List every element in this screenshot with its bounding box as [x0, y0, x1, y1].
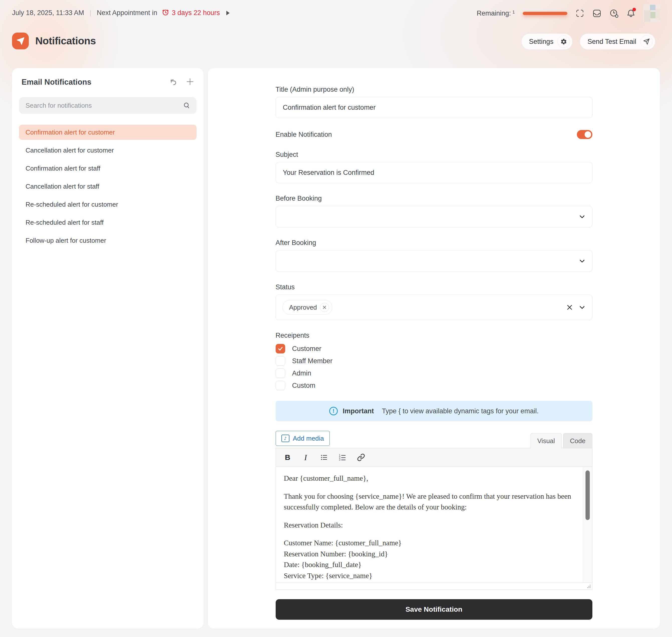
notification-search[interactable]	[19, 97, 197, 114]
link-button[interactable]	[357, 453, 365, 461]
checkbox-unchecked[interactable]	[276, 368, 285, 378]
reset-button[interactable]	[169, 78, 177, 87]
page-title: Notifications	[35, 35, 96, 47]
checkbox-unchecked[interactable]	[276, 356, 285, 366]
search-icon	[183, 102, 190, 109]
notification-list-item[interactable]: Re-scheduled alert for customer	[19, 197, 197, 212]
recipient-label: Custom	[292, 382, 316, 389]
italic-button[interactable]: I	[302, 453, 310, 462]
checkbox-unchecked[interactable]	[276, 381, 285, 390]
subject-label: Subject	[276, 151, 592, 159]
editor-paragraph: Reservation Details:	[284, 520, 575, 531]
recipient-label: Customer	[292, 345, 321, 353]
recipients-label: Receipents	[276, 332, 592, 340]
next-appointment-label: Next Appointment in	[97, 9, 157, 17]
plus-icon	[186, 78, 194, 86]
checkbox-checked[interactable]	[276, 344, 285, 353]
topbar-right: Remaining:1	[477, 5, 660, 21]
topbar-left: July 18, 2025, 11:33 AM | Next Appointme…	[12, 8, 229, 18]
bold-button[interactable]: B	[284, 453, 292, 462]
app-root: July 18, 2025, 11:33 AM | Next Appointme…	[0, 0, 672, 637]
numbered-list-button[interactable]: 123	[338, 453, 347, 461]
add-media-button[interactable]: ♪ Add media	[276, 431, 330, 446]
recipient-option-admin[interactable]: Admin	[276, 368, 592, 378]
notification-list-item[interactable]: Re-scheduled alert for staff	[19, 215, 197, 230]
after-booking-select[interactable]	[276, 250, 592, 272]
scrollbar-thumb[interactable]	[585, 470, 590, 520]
info-icon: !	[329, 407, 338, 415]
remaining-progress-bar	[523, 12, 567, 15]
recipient-option-custom[interactable]: Custom	[276, 381, 592, 390]
before-booking-group: Before Booking	[276, 195, 592, 228]
tab-visual[interactable]: Visual	[530, 433, 562, 449]
remaining-label: Remaining:1	[477, 10, 515, 17]
before-booking-select[interactable]	[276, 206, 592, 228]
next-appointment-countdown[interactable]: 3 days 22 hours	[162, 8, 220, 18]
expand-caret-icon[interactable]	[226, 11, 229, 15]
recipient-option-customer[interactable]: Customer	[276, 344, 592, 353]
send-test-email-button[interactable]: Send Test Email	[580, 33, 655, 50]
paper-plane-icon	[16, 37, 25, 46]
editor-statusbar	[276, 583, 592, 589]
remove-status-icon[interactable]	[320, 303, 329, 312]
editor-header-row: ♪ Add media VisualCode	[276, 429, 592, 448]
notification-list-item[interactable]: Confirmation alert for staff	[19, 161, 197, 176]
editor-paragraph: Customer Name: {customer_full_name} Rese…	[284, 538, 575, 581]
rich-text-editor: B I 123 Dear {customer_full_name},Thank …	[276, 448, 592, 590]
notification-list-item[interactable]: Cancellation alert for customer	[19, 143, 197, 158]
gear-icon	[557, 35, 570, 48]
recipient-option-staff-member[interactable]: Staff Member	[276, 356, 592, 366]
undo-icon	[169, 78, 177, 86]
bullet-list-button[interactable]	[320, 453, 328, 461]
subject-field-group: Subject	[276, 151, 592, 183]
fullscreen-button[interactable]	[575, 9, 584, 18]
chevron-down-icon	[579, 257, 585, 265]
alarm-clock-icon	[162, 8, 169, 18]
app-logo	[12, 33, 29, 49]
editor-scrollbar[interactable]	[583, 467, 592, 583]
inbox-button[interactable]	[592, 9, 601, 18]
notification-list-item[interactable]: Cancellation alert for staff	[19, 179, 197, 194]
recipient-label: Staff Member	[292, 357, 333, 365]
subject-input[interactable]	[276, 162, 592, 183]
clear-all-icon[interactable]	[566, 304, 573, 310]
avatar-block	[644, 10, 651, 22]
title-input[interactable]	[276, 97, 592, 118]
notification-list-item[interactable]: Confirmation alert for customer	[19, 125, 197, 140]
banner-text: Type { to view available dynamic tags fo…	[382, 407, 539, 415]
save-notification-button[interactable]: Save Notification	[276, 599, 592, 620]
svg-text:3: 3	[339, 458, 340, 461]
remaining-superscript: 1	[512, 10, 515, 14]
enable-notification-toggle[interactable]	[577, 130, 592, 139]
add-notification-button[interactable]	[186, 78, 194, 87]
settings-button[interactable]: Settings	[521, 33, 573, 50]
editor-content[interactable]: Dear {customer_full_name},Thank you for …	[276, 467, 583, 583]
avatar-block	[651, 12, 656, 18]
chevron-down-icon[interactable]	[579, 304, 585, 311]
numbered-list-icon: 123	[338, 453, 347, 461]
enable-notification-row: Enable Notification	[276, 129, 592, 140]
current-datetime: July 18, 2025, 11:33 AM	[12, 9, 84, 17]
history-button[interactable]	[610, 9, 618, 18]
email-notifications-panel: Email Notifications Confirmation alert f…	[12, 68, 204, 629]
link-icon	[357, 453, 365, 461]
after-booking-label: After Booking	[276, 239, 592, 247]
send-icon	[640, 35, 653, 48]
notification-dot	[632, 8, 636, 11]
media-icon: ♪	[281, 435, 290, 442]
search-input[interactable]	[25, 102, 183, 110]
settings-button-label: Settings	[529, 38, 554, 46]
title-label: Title (Admin purpose only)	[276, 86, 592, 93]
tab-code[interactable]: Code	[563, 433, 592, 449]
avatar-block	[650, 5, 655, 10]
fullscreen-icon	[576, 9, 584, 18]
notifications-button[interactable]	[627, 9, 635, 18]
avatar-block	[655, 9, 660, 20]
recipient-label: Admin	[292, 369, 312, 377]
status-chip-label: Approved	[289, 304, 317, 311]
toggle-knob	[585, 131, 591, 138]
resize-handle-icon[interactable]	[585, 584, 591, 589]
notification-list-item[interactable]: Follow-up alert for customer	[19, 233, 197, 248]
status-multiselect[interactable]: Approved	[276, 295, 592, 320]
avatar[interactable]	[643, 4, 660, 22]
